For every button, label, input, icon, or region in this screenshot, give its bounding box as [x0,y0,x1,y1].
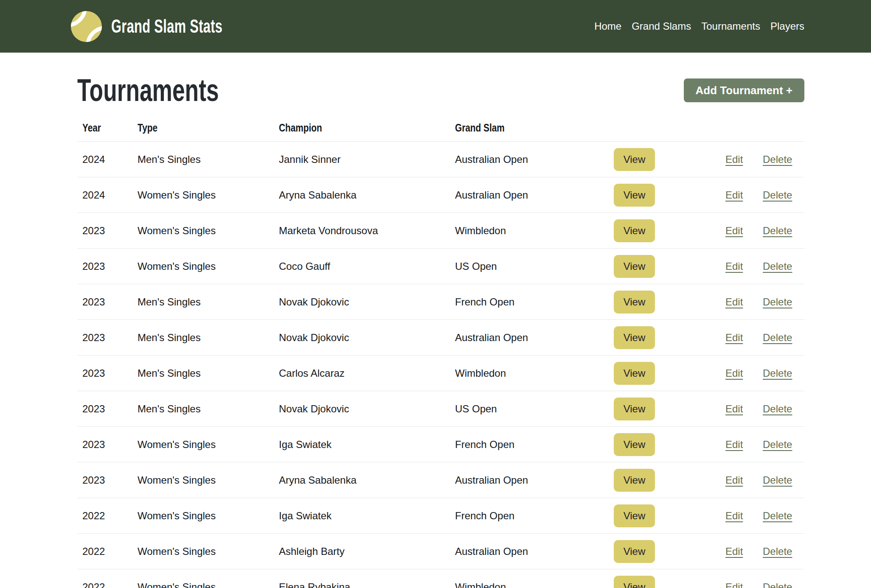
cell-grand-slam: US Open [450,260,608,272]
cell-type: Men's Singles [132,367,274,379]
cell-year: 2023 [77,225,132,237]
table-body: 2024 Men's Singles Jannik Sinner Austral… [77,142,804,588]
nav-item-players[interactable]: Players [770,20,804,32]
top-navigation-bar: Grand Slam Stats Home Grand Slams Tourna… [0,0,871,53]
delete-link[interactable]: Delete [763,189,792,201]
cell-year: 2023 [77,474,132,486]
cell-view: View [608,469,705,492]
edit-link[interactable]: Edit [725,225,743,236]
page-header: Tournaments Add Tournament + [77,75,804,106]
delete-link[interactable]: Delete [763,474,792,486]
cell-actions: Edit Delete [705,154,804,165]
cell-grand-slam: Wimbledon [450,367,608,379]
delete-link[interactable]: Delete [763,260,792,272]
cell-grand-slam: Australian Open [450,154,608,165]
delete-link[interactable]: Delete [763,154,792,165]
view-button[interactable]: View [614,504,655,527]
cell-view: View [608,326,705,349]
cell-actions: Edit Delete [705,474,804,486]
cell-type: Women's Singles [132,581,274,588]
cell-grand-slam: French Open [450,296,608,308]
cell-actions: Edit Delete [705,225,804,237]
tournaments-table: Year Type Champion Grand Slam 2024 Men's… [77,121,804,588]
cell-grand-slam: Australian Open [450,189,608,201]
cell-actions: Edit Delete [705,403,804,415]
cell-type: Women's Singles [132,546,274,557]
cell-view: View [608,184,705,207]
edit-link[interactable]: Edit [725,154,743,165]
nav-item-grand-slams[interactable]: Grand Slams [632,20,691,32]
cell-champion: Marketa Vondrousova [274,225,450,237]
cell-view: View [608,504,705,527]
main-content: Tournaments Add Tournament + Year Type C… [77,75,804,588]
cell-year: 2022 [77,510,132,522]
table-row: 2023 Women's Singles Marketa Vondrousova… [77,213,804,249]
table-row: 2024 Women's Singles Aryna Sabalenka Aus… [77,177,804,213]
add-tournament-button[interactable]: Add Tournament + [684,78,804,102]
cell-view: View [608,255,705,278]
edit-link[interactable]: Edit [725,189,743,201]
view-button[interactable]: View [614,184,655,207]
cell-actions: Edit Delete [705,510,804,522]
delete-link[interactable]: Delete [763,367,792,379]
cell-grand-slam: Wimbledon [450,225,608,237]
cell-type: Men's Singles [132,403,274,415]
cell-champion: Aryna Sabalenka [274,474,450,486]
nav-item-home[interactable]: Home [594,20,621,32]
cell-grand-slam: French Open [450,439,608,451]
cell-grand-slam: French Open [450,510,608,522]
cell-year: 2024 [77,154,132,165]
delete-link[interactable]: Delete [763,296,792,308]
delete-link[interactable]: Delete [763,581,792,588]
view-button[interactable]: View [614,148,655,171]
view-button[interactable]: View [614,540,655,563]
edit-link[interactable]: Edit [725,332,743,343]
view-button[interactable]: View [614,255,655,278]
edit-link[interactable]: Edit [725,367,743,379]
view-button[interactable]: View [614,576,655,588]
cell-year: 2023 [77,296,132,308]
cell-year: 2022 [77,546,132,557]
nav-item-tournaments[interactable]: Tournaments [701,20,760,32]
delete-link[interactable]: Delete [763,225,792,236]
main-nav: Home Grand Slams Tournaments Players [594,20,804,32]
cell-champion: Novak Djokovic [274,403,450,415]
edit-link[interactable]: Edit [725,474,743,486]
view-button[interactable]: View [614,433,655,456]
delete-link[interactable]: Delete [763,510,792,521]
edit-link[interactable]: Edit [725,439,743,450]
edit-link[interactable]: Edit [725,581,743,588]
view-button[interactable]: View [614,362,655,385]
edit-link[interactable]: Edit [725,546,743,557]
delete-link[interactable]: Delete [763,439,792,450]
edit-link[interactable]: Edit [725,510,743,521]
edit-link[interactable]: Edit [725,296,743,308]
brand: Grand Slam Stats [71,11,270,42]
view-button[interactable]: View [614,219,655,242]
view-button[interactable]: View [614,291,655,314]
cell-view: View [608,219,705,242]
view-button[interactable]: View [614,326,655,349]
view-button[interactable]: View [614,398,655,420]
delete-link[interactable]: Delete [763,546,792,557]
edit-link[interactable]: Edit [725,260,743,272]
column-header-year: Year [77,121,132,134]
table-row: 2023 Women's Singles Coco Gauff US Open … [77,249,804,284]
cell-view: View [608,576,705,588]
table-row: 2023 Women's Singles Aryna Sabalenka Aus… [77,462,804,498]
table-row: 2022 Women's Singles Elena Rybakina Wimb… [77,569,804,588]
delete-link[interactable]: Delete [763,403,792,414]
cell-type: Women's Singles [132,225,274,237]
tennis-ball-icon [71,11,102,42]
cell-type: Men's Singles [132,154,274,165]
table-row: 2023 Men's Singles Novak Djokovic US Ope… [77,391,804,427]
cell-type: Women's Singles [132,189,274,201]
view-button[interactable]: View [614,469,655,492]
cell-champion: Ashleigh Barty [274,546,450,557]
delete-link[interactable]: Delete [763,332,792,343]
cell-year: 2023 [77,367,132,379]
cell-year: 2023 [77,332,132,344]
cell-year: 2022 [77,581,132,588]
edit-link[interactable]: Edit [725,403,743,414]
cell-actions: Edit Delete [705,260,804,272]
